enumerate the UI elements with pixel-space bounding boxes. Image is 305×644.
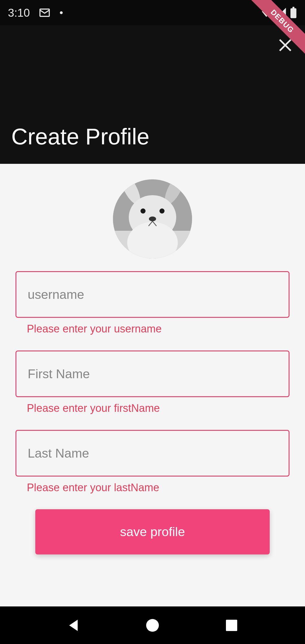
username-error: Please enter your username [16, 323, 289, 335]
username-field[interactable] [16, 271, 289, 318]
mail-icon [38, 6, 51, 19]
firstname-error: Please enter your firstName [16, 402, 289, 414]
lastname-field[interactable] [16, 430, 289, 477]
profile-form: Please enter your username Please enter … [16, 271, 289, 554]
svg-point-11 [160, 208, 165, 214]
svg-rect-3 [293, 7, 295, 9]
page-title: Create Profile [11, 124, 149, 150]
svg-rect-14 [226, 620, 237, 631]
battery-icon [290, 7, 297, 19]
svg-point-13 [146, 619, 159, 632]
lastname-error: Please enter your lastName [16, 482, 289, 494]
back-triangle-icon [65, 617, 82, 634]
svg-rect-2 [291, 8, 297, 18]
svg-point-1 [60, 11, 63, 14]
avatar[interactable] [113, 179, 192, 258]
firstname-group: Please enter your firstName [16, 351, 289, 414]
close-icon [277, 37, 294, 54]
wifi-icon [260, 7, 272, 19]
status-clock: 3:10 [8, 6, 30, 19]
svg-point-10 [140, 208, 145, 214]
nav-home-button[interactable] [144, 617, 161, 634]
signal-icon [275, 7, 287, 19]
lastname-group: Please enter your lastName [16, 430, 289, 494]
status-bar: 3:10 [0, 0, 305, 25]
android-nav-bar [0, 606, 305, 644]
firstname-field[interactable] [16, 351, 289, 397]
status-left: 3:10 [8, 6, 63, 19]
close-button[interactable] [277, 37, 294, 54]
svg-point-12 [149, 217, 156, 221]
nav-recent-button[interactable] [223, 617, 240, 634]
username-group: Please enter your username [16, 271, 289, 335]
avatar-image [113, 179, 192, 258]
home-circle-icon [144, 617, 161, 634]
dot-icon [59, 11, 63, 15]
nav-back-button[interactable] [65, 617, 82, 634]
recent-square-icon [223, 617, 240, 634]
save-button[interactable]: save profile [35, 509, 270, 554]
status-right [260, 7, 297, 19]
content-area: Please enter your username Please enter … [0, 164, 305, 606]
header: Create Profile [0, 25, 305, 164]
